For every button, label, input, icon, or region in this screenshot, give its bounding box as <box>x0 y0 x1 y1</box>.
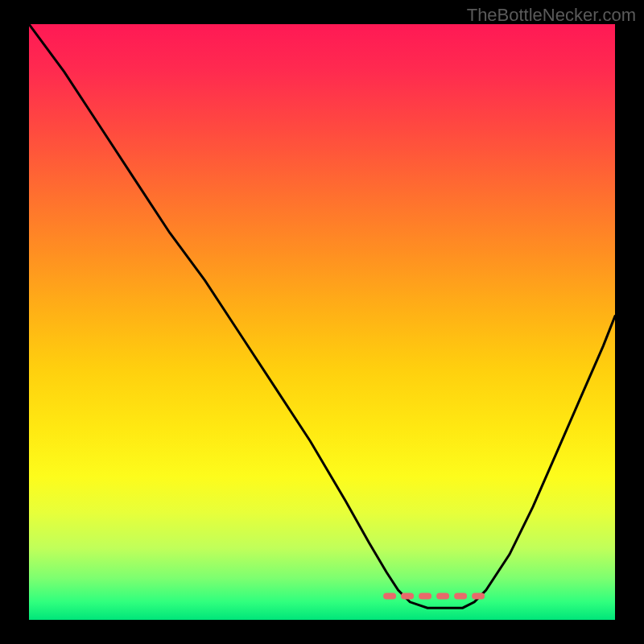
chart-svg <box>29 24 615 620</box>
chart-plot-area <box>29 24 615 620</box>
bottleneck-curve <box>29 24 615 608</box>
watermark-text: TheBottleNecker.com <box>467 5 636 26</box>
